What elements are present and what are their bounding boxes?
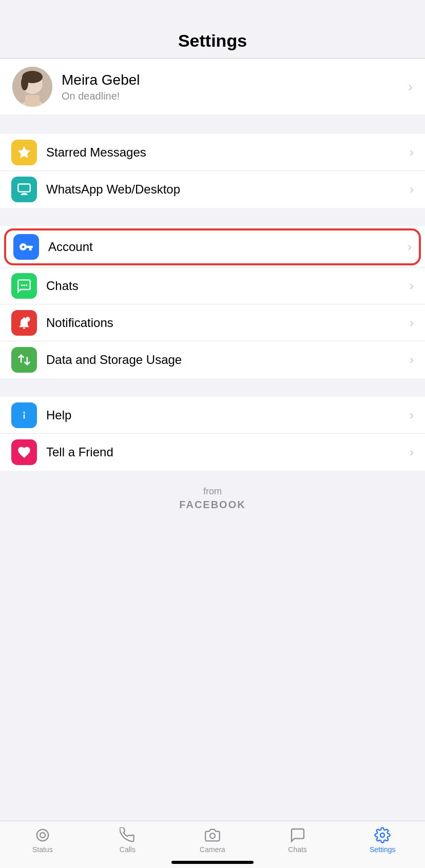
profile-name: Meira Gebel bbox=[62, 71, 408, 89]
svg-rect-9 bbox=[21, 194, 28, 195]
calls-tab-label: Calls bbox=[120, 845, 136, 854]
whatsapp-web-label: WhatsApp Web/Desktop bbox=[46, 182, 410, 197]
camera-tab-label: Camera bbox=[200, 845, 225, 854]
camera-icon bbox=[205, 826, 220, 844]
svg-rect-15 bbox=[24, 414, 25, 418]
key-icon bbox=[19, 240, 33, 254]
notifications-chevron: › bbox=[410, 316, 414, 330]
header: Settings bbox=[0, 0, 425, 59]
settings-tab-label: Settings bbox=[370, 845, 396, 854]
chats-tab-label: Chats bbox=[288, 845, 307, 854]
chats-icon bbox=[11, 273, 37, 299]
whatsapp-web-chevron: › bbox=[410, 182, 414, 197]
svg-point-19 bbox=[210, 833, 215, 838]
data-storage-chevron: › bbox=[410, 353, 414, 367]
section-gap-2 bbox=[0, 208, 425, 226]
menu-item-whatsapp-web[interactable]: WhatsApp Web/Desktop › bbox=[0, 171, 425, 208]
profile-info: Meira Gebel On deadline! bbox=[62, 71, 408, 103]
data-storage-icon bbox=[11, 347, 37, 373]
svg-rect-8 bbox=[22, 193, 26, 194]
svg-point-12 bbox=[26, 284, 28, 286]
menu-item-account[interactable]: Account › bbox=[4, 228, 421, 265]
svg-point-13 bbox=[25, 317, 30, 321]
home-indicator bbox=[171, 861, 254, 864]
svg-marker-6 bbox=[18, 146, 30, 158]
profile-status: On deadline! bbox=[62, 90, 408, 102]
avatar bbox=[12, 67, 52, 107]
svg-rect-7 bbox=[18, 184, 30, 192]
account-label: Account bbox=[48, 240, 408, 254]
profile-section[interactable]: Meira Gebel On deadline! › bbox=[0, 59, 425, 115]
section-gap-3 bbox=[0, 378, 425, 397]
help-chevron: › bbox=[410, 408, 414, 422]
account-highlight-wrapper: Account › bbox=[0, 226, 425, 267]
whatsapp-web-icon bbox=[11, 177, 37, 202]
bell-icon bbox=[17, 316, 31, 330]
menu-item-starred-messages[interactable]: Starred Messages › bbox=[0, 134, 425, 171]
svg-point-20 bbox=[380, 833, 384, 837]
help-label: Help bbox=[46, 408, 410, 422]
calls-icon bbox=[120, 826, 135, 844]
info-icon bbox=[17, 408, 31, 422]
chat-bubble-icon bbox=[17, 279, 31, 293]
tell-friend-label: Tell a Friend bbox=[46, 445, 410, 459]
chats-label: Chats bbox=[46, 279, 410, 293]
menu-item-help[interactable]: Help › bbox=[0, 397, 425, 434]
tab-item-settings[interactable]: Settings bbox=[340, 826, 425, 854]
tab-item-status[interactable]: Status bbox=[0, 826, 85, 854]
menu-item-notifications[interactable]: Notifications › bbox=[0, 304, 425, 341]
menu-item-tell-friend[interactable]: Tell a Friend › bbox=[0, 434, 425, 471]
footer-from: from bbox=[0, 486, 425, 497]
chats-chevron: › bbox=[410, 279, 414, 293]
arrows-icon bbox=[17, 353, 31, 367]
starred-messages-chevron: › bbox=[410, 145, 414, 160]
menu-item-data-storage[interactable]: Data and Storage Usage › bbox=[0, 341, 425, 378]
desktop-icon bbox=[17, 182, 31, 197]
svg-point-10 bbox=[21, 284, 23, 286]
page-title: Settings bbox=[178, 31, 247, 50]
chats-tab-icon bbox=[289, 826, 306, 844]
status-icon bbox=[35, 826, 50, 844]
svg-point-18 bbox=[40, 833, 45, 838]
tab-item-camera[interactable]: Camera bbox=[170, 826, 255, 854]
data-storage-label: Data and Storage Usage bbox=[46, 353, 410, 367]
menu-section-2: Account › Chats › Notifications › Data a… bbox=[0, 226, 425, 378]
starred-messages-icon bbox=[11, 140, 37, 165]
status-tab-label: Status bbox=[32, 845, 53, 854]
tell-friend-icon bbox=[11, 439, 37, 465]
footer-brand: FACEBOOK bbox=[0, 499, 425, 511]
tab-item-chats[interactable]: Chats bbox=[255, 826, 340, 854]
section-gap-1 bbox=[0, 115, 425, 134]
svg-rect-5 bbox=[25, 95, 40, 107]
tab-item-calls[interactable]: Calls bbox=[85, 826, 170, 854]
avatar-image bbox=[12, 67, 52, 107]
menu-section-1: Starred Messages › WhatsApp Web/Desktop … bbox=[0, 134, 425, 208]
svg-point-4 bbox=[21, 76, 28, 90]
help-icon bbox=[11, 402, 37, 428]
svg-point-11 bbox=[23, 284, 25, 286]
notifications-label: Notifications bbox=[46, 316, 410, 330]
account-chevron: › bbox=[408, 240, 412, 254]
menu-section-3: Help › Tell a Friend › bbox=[0, 397, 425, 471]
footer-section: from FACEBOOK bbox=[0, 471, 425, 521]
menu-item-chats[interactable]: Chats › bbox=[0, 267, 425, 304]
svg-point-17 bbox=[37, 830, 49, 841]
star-icon bbox=[17, 145, 31, 160]
account-icon bbox=[13, 234, 39, 260]
svg-point-16 bbox=[23, 412, 25, 413]
heart-icon bbox=[17, 445, 31, 459]
tell-friend-chevron: › bbox=[410, 445, 414, 459]
starred-messages-label: Starred Messages bbox=[46, 145, 410, 160]
settings-tab-icon bbox=[374, 826, 391, 844]
profile-chevron: › bbox=[408, 79, 413, 95]
notifications-icon bbox=[11, 310, 37, 336]
